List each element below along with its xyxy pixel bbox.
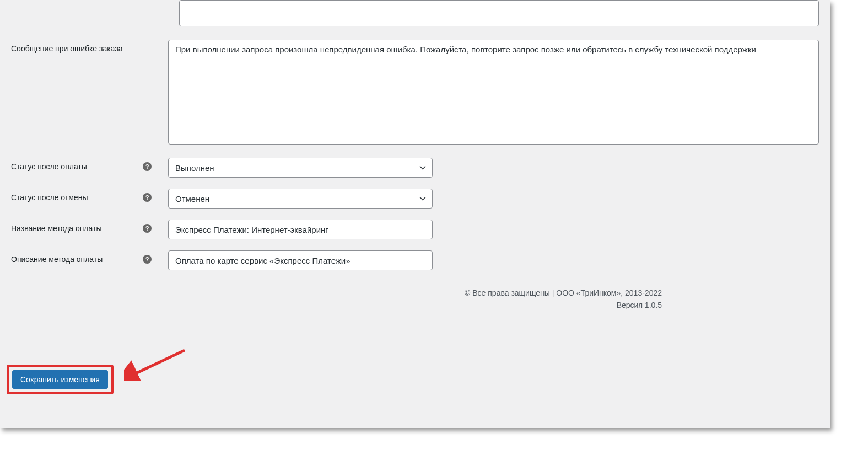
- status-after-payment-select[interactable]: Выполнен: [168, 158, 433, 178]
- arrow-annotation-icon: [124, 348, 190, 381]
- error-message-label: Сообщение при ошибке заказа: [11, 40, 152, 53]
- payment-method-name-label: Название метода оплаты ?: [11, 220, 152, 233]
- help-icon[interactable]: ?: [143, 162, 152, 171]
- status-after-cancel-label: Статус после отмены ?: [11, 189, 152, 202]
- error-message-textarea[interactable]: При выполнении запроса произошла непредв…: [168, 40, 819, 145]
- footer-copyright: © Все права защищены | ООО «ТриИнком», 2…: [0, 287, 830, 312]
- textarea-top[interactable]: [179, 0, 819, 26]
- help-icon[interactable]: ?: [143, 255, 152, 264]
- status-after-payment-label: Статус после оплаты ?: [11, 158, 152, 171]
- payment-method-name-input[interactable]: [168, 220, 433, 239]
- status-after-cancel-select[interactable]: Отменен: [168, 189, 433, 209]
- help-icon[interactable]: ?: [143, 224, 152, 233]
- save-button[interactable]: Сохранить изменения: [12, 370, 108, 389]
- svg-line-1: [132, 350, 185, 375]
- annotation-highlight: Сохранить изменения: [7, 365, 114, 394]
- help-icon[interactable]: ?: [143, 193, 152, 202]
- payment-method-description-label: Описание метода оплаты ?: [11, 250, 152, 264]
- payment-method-description-input[interactable]: [168, 250, 433, 270]
